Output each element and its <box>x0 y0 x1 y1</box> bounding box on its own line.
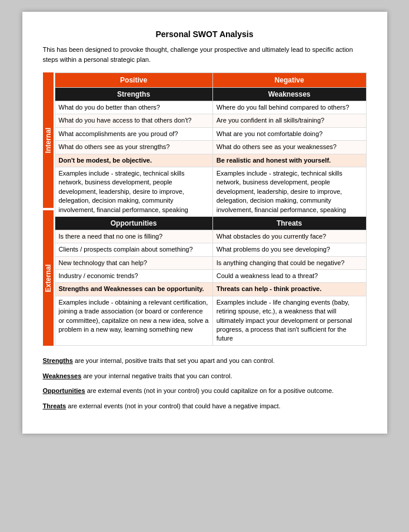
footnotes: Strengths are your internal, positive tr… <box>43 355 367 412</box>
cell: What accomplishments are you proud of? <box>55 127 212 140</box>
cell: Examples include - strategic, technical … <box>55 167 212 216</box>
cell: What obstacles do you currently face? <box>212 230 366 243</box>
cell: What do others see as your strengths? <box>55 141 212 154</box>
footnote-weaknesses: Weaknesses are your internal negative tr… <box>43 371 367 382</box>
strengths-header: Strengths <box>55 88 212 101</box>
cell: Where do you fall behind compared to oth… <box>212 101 366 114</box>
cell: Clients / prospects complain about somet… <box>55 243 212 256</box>
table-row: What accomplishments are you proud of? W… <box>55 127 366 140</box>
cell: Don't be modest, be objective. <box>55 154 212 167</box>
cell: Examples include - strategic, technical … <box>212 167 366 216</box>
cell: Is anything changing that could be negat… <box>212 256 366 269</box>
table-row: Examples include - obtaining a relevant … <box>55 296 366 345</box>
cell: Examples include - life changing events … <box>212 296 366 345</box>
opportunities-threats-header: Opportunities Threats <box>55 216 366 230</box>
opportunities-header: Opportunities <box>55 216 212 230</box>
weaknesses-header: Weaknesses <box>212 88 366 101</box>
intro-text: This has been designed to provoke though… <box>43 45 367 64</box>
table-row: Strengths and Weaknesses can be opportun… <box>55 283 366 296</box>
cell: New technology that can help? <box>55 256 212 269</box>
strengths-weaknesses-header: Strengths Weaknesses <box>55 88 366 101</box>
negative-header: Negative <box>212 73 366 88</box>
table-row: What do you do better than others? Where… <box>55 101 366 114</box>
footnote-strengths: Strengths are your internal, positive tr… <box>43 355 367 367</box>
cell: What do you do better than others? <box>55 101 212 114</box>
cell: Industry / economic trends? <box>55 270 212 283</box>
cell: Is there a need that no one is filling? <box>55 230 212 243</box>
cell: Are you confident in all skills/training… <box>212 114 366 127</box>
cell: What do you have access to that others d… <box>55 114 212 127</box>
table-row: Industry / economic trends? Could a weak… <box>55 270 366 283</box>
cell: What do others see as your weaknesses? <box>212 141 366 154</box>
page-title: Personal SWOT Analysis <box>43 29 367 39</box>
cell: Threats can help - think proactive. <box>212 283 366 296</box>
cell: What problems do you see developing? <box>212 243 366 256</box>
header-row: Positive Negative <box>55 73 366 88</box>
threats-header: Threats <box>212 216 366 230</box>
positive-header: Positive <box>55 73 212 88</box>
cell: Be realistic and honest with yourself. <box>212 154 366 167</box>
cell: Strengths and Weaknesses can be opportun… <box>55 283 212 296</box>
cell: Examples include - obtaining a relevant … <box>55 296 212 345</box>
table-row: New technology that can help? Is anythin… <box>55 256 366 269</box>
swot-wrapper: Internal External Positive Negative Stre… <box>43 72 367 346</box>
footnote-threats: Threats are external events (not in your… <box>43 401 367 412</box>
table-row: Clients / prospects complain about somet… <box>55 243 366 256</box>
footnote-opportunities: Opportunities are external events (not i… <box>43 385 367 397</box>
table-row: Examples include - strategic, technical … <box>55 167 366 216</box>
table-row: Is there a need that no one is filling? … <box>55 230 366 243</box>
page: Personal SWOT Analysis This has been des… <box>22 12 387 434</box>
cell: What are you not comfortable doing? <box>212 127 366 140</box>
table-row: What do others see as your strengths? Wh… <box>55 141 366 154</box>
internal-label: Internal <box>43 72 54 208</box>
table-row: Don't be modest, be objective. Be realis… <box>55 154 366 167</box>
table-row: What do you have access to that others d… <box>55 114 366 127</box>
swot-table: Positive Negative Strengths Weaknesses W… <box>55 72 367 346</box>
external-label: External <box>43 210 54 346</box>
cell: Could a weakness lead to a threat? <box>212 270 366 283</box>
